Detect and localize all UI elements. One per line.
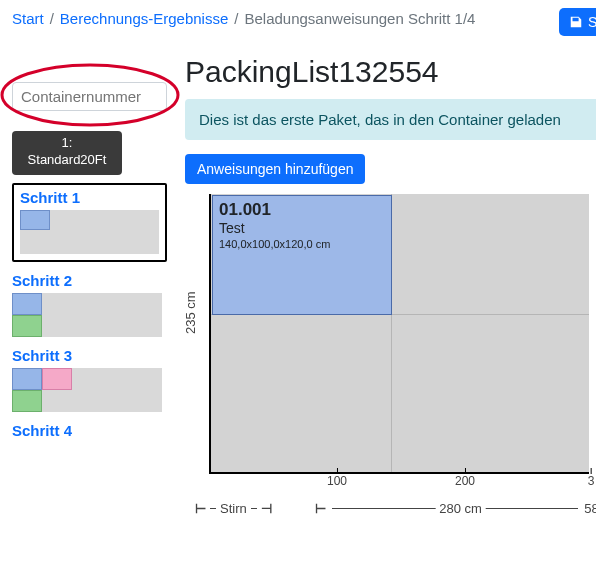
step-title: Schritt 3 [12,347,167,364]
width-label: 280 cm [435,501,486,516]
x-axis-ticks: 100 200 3 [209,474,589,492]
main: PackingList132554 Dies ist das erste Pak… [175,37,596,518]
add-instructions-button[interactable]: Anweisungen hinzufügen [185,154,365,184]
bottom-axis-row: ⊢ Stirn ⊣ ⊢ 280 cm 589 [185,498,596,518]
width-segment: ⊢ 280 cm 589 [315,501,596,516]
container-number-input[interactable] [12,82,167,111]
breadcrumb-results[interactable]: Berechnungs-Ergebnisse [60,10,228,27]
diagram-area: 01.001 Test 140,0x100,0x120,0 cm [209,194,589,474]
package-name: Test [219,220,385,236]
step-title: Schritt 2 [12,272,167,289]
thumb-block [12,315,42,337]
y-axis-label: 235 cm [183,291,198,334]
x-tick-200: 200 [455,474,475,488]
save-icon [569,15,583,29]
breadcrumb-sep: / [50,10,54,27]
page-title: PackingList132554 [185,55,596,89]
save-button[interactable]: Spei [559,8,596,36]
sidebar: 1: Standard20Ft Schritt 1 Schritt 2 Schr… [0,37,175,518]
step-thumb [12,368,162,412]
step-card-1[interactable]: Schritt 1 [12,183,167,262]
width-max: 589 [584,501,596,516]
container-diagram: 235 cm 01.001 Test 140,0x100,0x120,0 cm … [185,194,596,518]
step-card-2[interactable]: Schritt 2 [12,272,167,337]
thumb-block [12,390,42,412]
step-title: Schritt 1 [20,189,159,206]
package-id: 01.001 [219,200,385,220]
breadcrumb: Start / Berechnungs-Ergebnisse / Beladun… [0,0,596,37]
container-chip-index: 1: [18,135,116,152]
x-tick-3: 3 [588,474,595,488]
step-card-3[interactable]: Schritt 3 [12,347,167,412]
package-dims: 140,0x100,0x120,0 cm [219,238,385,250]
breadcrumb-start[interactable]: Start [12,10,44,27]
step-title: Schritt 4 [12,422,167,439]
stirn-label: Stirn [220,501,247,516]
breadcrumb-sep: / [234,10,238,27]
thumb-block [12,368,42,390]
stirn-segment: ⊢ Stirn ⊣ [195,501,272,516]
container-chip[interactable]: 1: Standard20Ft [12,131,122,175]
thumb-block [20,210,50,230]
step-card-4[interactable]: Schritt 4 [12,422,167,439]
package-box[interactable]: 01.001 Test 140,0x100,0x120,0 cm [212,195,392,315]
info-banner: Dies ist das erste Paket, das in den Con… [185,99,596,140]
step-thumb [12,293,162,337]
thumb-block [42,368,72,390]
x-tick-100: 100 [327,474,347,488]
container-chip-type: Standard20Ft [18,152,116,169]
breadcrumb-current: Beladungsanweisungen Schritt 1/4 [244,10,475,27]
save-button-label: Spei [588,14,596,30]
step-thumb [20,210,159,254]
thumb-block [12,293,42,315]
